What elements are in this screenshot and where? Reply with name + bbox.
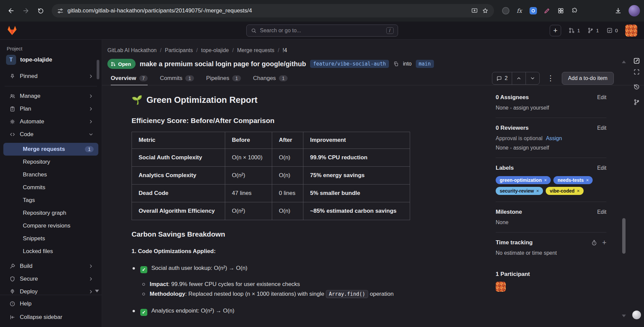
breadcrumb-link[interactable]: GitLab AI Hackathon: [107, 47, 157, 53]
assignees-edit-button[interactable]: Edit: [597, 94, 606, 100]
sidebar-item-snippets[interactable]: Snippets: [3, 232, 98, 245]
sidebar-item-merge-requests[interactable]: Merge requests 1: [3, 143, 98, 156]
ext-circle-icon[interactable]: [499, 5, 512, 17]
add-todo-button[interactable]: Add a to-do item: [562, 72, 614, 85]
site-info-icon[interactable]: [57, 8, 63, 14]
sidebar-item-help[interactable]: ? Help: [3, 297, 98, 311]
source-branch-ref[interactable]: feature/vibe-social-auth: [310, 60, 389, 68]
sidebar-item-commits[interactable]: Commits: [3, 181, 98, 194]
sidebar-item-repository[interactable]: Repository: [3, 156, 98, 168]
sidebar-item-manage[interactable]: Manage: [3, 90, 98, 103]
search-input[interactable]: [260, 28, 383, 34]
scroll-up-arrow[interactable]: [622, 60, 626, 63]
browser-window: gitlab.com/gitlab-ai-hackathon/participa…: [0, 0, 644, 327]
mr-count-badge: 1: [85, 146, 94, 152]
list-item: ✓Analytics endpoint: O(n²) → O(n) Impact…: [132, 306, 481, 322]
review-requests-indicator[interactable]: 1: [587, 27, 599, 34]
assistant-logo-icon[interactable]: [632, 311, 641, 319]
sidebar-item-code[interactable]: Code: [3, 128, 98, 141]
sidebar-scrollbar-thumb[interactable]: [97, 60, 99, 79]
install-app-icon[interactable]: [471, 7, 478, 14]
checked-checkbox-icon[interactable]: ✓: [140, 309, 147, 316]
more-actions-button[interactable]: ⋮: [544, 74, 557, 83]
extensions-puzzle-icon[interactable]: [568, 5, 581, 17]
participant-avatar[interactable]: [496, 282, 506, 292]
stopwatch-icon[interactable]: [591, 240, 597, 246]
ext-fx-icon[interactable]: fx: [513, 5, 526, 17]
add-time-button[interactable]: +: [602, 239, 606, 246]
bookmark-star-icon[interactable]: [482, 7, 489, 14]
remove-label-icon[interactable]: ×: [536, 188, 539, 194]
sidebar-item-branches[interactable]: Branches: [3, 168, 98, 181]
browser-profile-avatar[interactable]: [629, 5, 640, 16]
breadcrumb-link[interactable]: Participants: [165, 47, 193, 53]
address-bar[interactable]: gitlab.com/gitlab-ai-hackathon/participa…: [52, 4, 494, 17]
next-discussion-button[interactable]: [526, 72, 539, 84]
history-button[interactable]: [633, 83, 640, 90]
sidebar-item-automate[interactable]: Automate: [3, 115, 98, 128]
sidebar-item-secure[interactable]: Secure: [3, 273, 98, 285]
copy-branch-icon[interactable]: [393, 61, 399, 67]
sidebar-item-compare-revisions[interactable]: Compare revisions: [3, 219, 98, 232]
table-cell: O(n²): [225, 202, 272, 220]
discussion-nav-group: 2: [492, 72, 540, 85]
sidebar-scroll-down-arrow[interactable]: [95, 290, 99, 292]
labels-edit-button[interactable]: Edit: [597, 165, 606, 171]
assignees-empty-text[interactable]: None - assign yourself: [496, 105, 606, 111]
back-button[interactable]: [4, 4, 18, 18]
sidebar-project-item[interactable]: T tope-olajide: [0, 52, 102, 67]
breadcrumb-link[interactable]: Merge requests: [237, 47, 274, 53]
sidebar-item-tags[interactable]: Tags: [3, 194, 98, 207]
gitlab-logo[interactable]: [7, 26, 17, 36]
scroll-down-arrow[interactable]: [622, 315, 626, 317]
ext-grid-icon[interactable]: [554, 5, 567, 17]
remove-label-icon[interactable]: ×: [586, 177, 589, 183]
screenshot-frame-button[interactable]: [633, 69, 640, 75]
user-avatar[interactable]: [625, 25, 637, 37]
reviewers-edit-button[interactable]: Edit: [597, 125, 606, 131]
ext-pencil-icon[interactable]: [541, 5, 553, 17]
label-chip[interactable]: security-review×: [496, 187, 543, 195]
global-search[interactable]: /: [246, 25, 398, 37]
sidebar-item-repository-graph[interactable]: Repository graph: [3, 207, 98, 219]
tab-changes[interactable]: Changes 1: [253, 71, 288, 85]
branch-icon: [633, 99, 640, 106]
branch-rail-button[interactable]: [633, 99, 640, 106]
checked-checkbox-icon[interactable]: ✓: [140, 266, 147, 273]
divider: [496, 158, 606, 158]
breadcrumb-link[interactable]: tope-olajide: [201, 47, 229, 53]
assign-link[interactable]: Assign: [546, 135, 562, 141]
sidebar-item-build[interactable]: Build: [3, 260, 98, 273]
sidebar-item-deploy[interactable]: Deploy: [3, 285, 98, 295]
milestone-edit-button[interactable]: Edit: [597, 209, 606, 215]
ext-blue-icon[interactable]: [527, 5, 539, 17]
todo-indicator[interactable]: 0: [606, 27, 618, 34]
list-item-text: : 99.9% fewer CPU cycles for user existe…: [168, 281, 300, 287]
remove-label-icon[interactable]: ×: [544, 177, 547, 183]
collapse-sidebar-button[interactable]: Collapse sidebar: [3, 311, 98, 324]
merge-requests-indicator[interactable]: 1: [568, 27, 580, 34]
tab-pipelines[interactable]: Pipelines 1: [206, 71, 241, 85]
page-scrollbar[interactable]: [622, 40, 626, 327]
remove-label-icon[interactable]: ×: [577, 188, 580, 194]
sidebar-item-plan[interactable]: Plan: [3, 103, 98, 115]
tab-commits[interactable]: Commits 1: [160, 71, 194, 85]
sidebar-item-pinned[interactable]: Pinned: [3, 70, 98, 83]
browser-toolbar: gitlab.com/gitlab-ai-hackathon/participa…: [0, 0, 644, 22]
reload-button[interactable]: [34, 4, 48, 18]
discussion-count-button[interactable]: 2: [492, 72, 512, 84]
url-text[interactable]: gitlab.com/gitlab-ai-hackathon/participa…: [67, 7, 467, 14]
create-new-button[interactable]: +: [550, 25, 561, 36]
label-chip[interactable]: needs-tests×: [553, 176, 593, 184]
tab-overview[interactable]: Overview 7: [111, 71, 148, 85]
label-chip[interactable]: vibe-coded×: [546, 187, 584, 195]
prev-discussion-button[interactable]: [512, 72, 526, 84]
target-branch-ref[interactable]: main: [416, 60, 434, 68]
downloads-button[interactable]: [611, 4, 625, 18]
reviewers-empty-text[interactable]: None - assign yourself: [496, 145, 606, 151]
forward-button[interactable]: [19, 4, 33, 18]
new-note-button[interactable]: [633, 57, 640, 65]
page-scrollbar-thumb[interactable]: [622, 218, 626, 254]
sidebar-item-locked-files[interactable]: Locked files: [3, 245, 98, 258]
label-chip[interactable]: green-optimization×: [496, 176, 551, 184]
